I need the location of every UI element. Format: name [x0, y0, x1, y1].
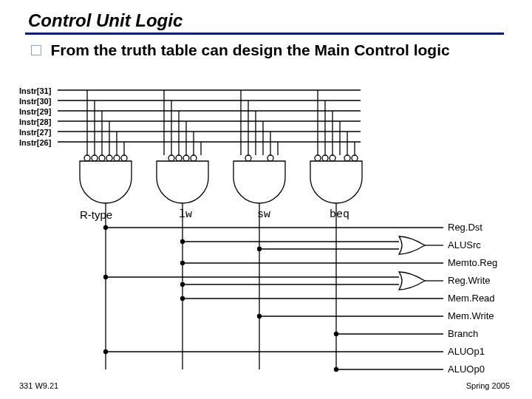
- svg-point-12: [84, 155, 90, 161]
- svg-point-25: [168, 155, 174, 161]
- svg-point-59: [181, 262, 185, 265]
- svg-point-63: [181, 283, 185, 287]
- svg-point-48: [344, 155, 350, 161]
- svg-point-45: [315, 155, 321, 161]
- svg-point-70: [335, 332, 338, 336]
- svg-point-47: [330, 155, 335, 161]
- svg-point-28: [191, 155, 197, 161]
- svg-point-14: [99, 155, 105, 161]
- svg-point-52: [104, 226, 108, 230]
- svg-point-16: [114, 155, 120, 161]
- logic-diagram: [0, 0, 532, 399]
- and-gate-beq: [310, 90, 362, 369]
- svg-point-27: [183, 155, 189, 161]
- and-gate-lw: [157, 90, 208, 369]
- svg-point-13: [92, 155, 98, 161]
- svg-point-68: [258, 315, 262, 318]
- svg-point-74: [335, 368, 338, 372]
- svg-point-37: [267, 155, 273, 161]
- svg-point-72: [104, 350, 108, 354]
- svg-point-17: [121, 155, 127, 161]
- svg-point-55: [181, 240, 185, 244]
- svg-point-49: [352, 155, 358, 161]
- svg-point-36: [245, 155, 251, 161]
- svg-point-66: [181, 297, 185, 301]
- svg-point-56: [258, 248, 262, 251]
- and-gate-sw: [233, 90, 285, 369]
- svg-point-62: [104, 276, 108, 279]
- svg-point-26: [176, 155, 182, 161]
- svg-point-15: [106, 155, 112, 161]
- svg-point-46: [322, 155, 328, 161]
